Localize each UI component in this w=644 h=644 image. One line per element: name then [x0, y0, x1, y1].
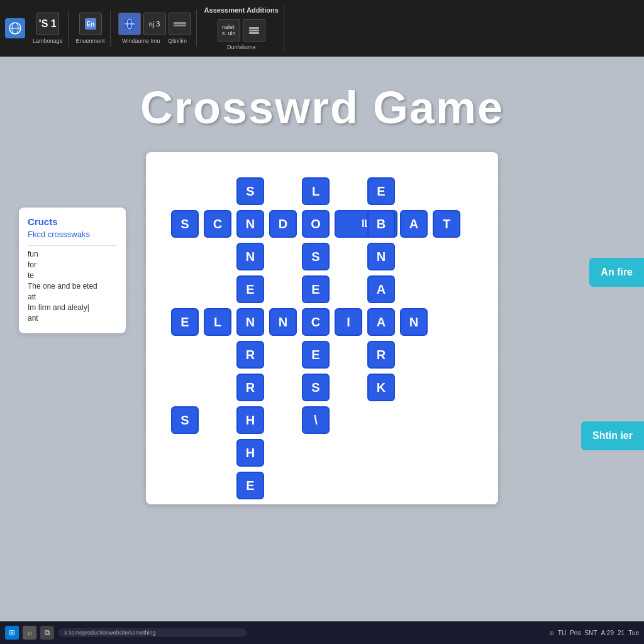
- crossword-cell[interactable]: I: [335, 308, 362, 336]
- crossword-cell[interactable]: A: [400, 210, 428, 238]
- crossword-cell[interactable]: R: [236, 374, 264, 401]
- ribbon-label-4: Dunfaliume: [227, 44, 256, 50]
- ribbon-title: Assessment Additions: [204, 6, 279, 14]
- sys-time-2: 21: [618, 630, 625, 636]
- sys-snt: SNT: [584, 630, 597, 636]
- crossword-cell[interactable]: N: [236, 210, 264, 238]
- crossword-cell[interactable]: E: [236, 275, 264, 303]
- ribbon-btn-1[interactable]: 'S 1: [36, 13, 59, 35]
- clue-item: Im firm and alealy|: [28, 303, 117, 312]
- ribbon-btn-2[interactable]: En: [79, 13, 102, 35]
- clue-item: for: [28, 260, 117, 269]
- taskbar-bottom: ⊞ ⌕ ⧉ x someproductionwebsite/something …: [0, 621, 644, 644]
- an-fire-button[interactable]: An fire: [589, 258, 644, 287]
- crossword-cell[interactable]: S: [171, 406, 199, 434]
- crossword-board: SLESCNDOILBATNSNEEAELNNCIANRERRSKSH\HE: [146, 152, 498, 504]
- crossword-cell[interactable]: D: [269, 210, 297, 238]
- crossword-cell[interactable]: E: [171, 308, 199, 336]
- sys-icon-1: ⊕: [549, 630, 554, 636]
- crossword-cell[interactable]: N: [236, 308, 264, 336]
- ribbon-group-4: Assessment Additions nalets. uln Dunfali…: [199, 4, 284, 53]
- crossword-cell[interactable]: E: [302, 275, 330, 303]
- crossword-cell[interactable]: L: [204, 308, 231, 336]
- ribbon-btn-globe[interactable]: [118, 13, 141, 35]
- start-button[interactable]: ⊞: [5, 626, 19, 640]
- task-view-icon[interactable]: ⧉: [40, 626, 54, 640]
- crossword-cell[interactable]: S: [302, 243, 330, 270]
- svg-text:En: En: [86, 21, 94, 28]
- ribbon-btn-3[interactable]: nj 3: [143, 13, 166, 35]
- ribbon-btn-4[interactable]: [169, 13, 191, 35]
- clues-list: funforteThe one and be etedattIm firm an…: [28, 250, 117, 323]
- crossword-cell[interactable]: C: [204, 210, 231, 238]
- taskbar-left: ⊞ ⌕ ⧉ x someproductionwebsite/something: [5, 626, 247, 640]
- shtin-ier-button[interactable]: Shtin ier: [581, 421, 644, 450]
- crossword-cell[interactable]: R: [236, 341, 264, 369]
- crossword-cell[interactable]: R: [367, 341, 395, 369]
- ribbon-group-3: nj 3 Windaume Imu Qitnilim: [113, 10, 197, 47]
- clue-item: fun: [28, 250, 117, 258]
- crossword-cell[interactable]: K: [367, 374, 395, 401]
- ribbon-label-1: Lambonage: [33, 38, 63, 44]
- crossword-cell[interactable]: H: [236, 406, 264, 434]
- crossword-cell[interactable]: E: [236, 472, 264, 499]
- crossword-cell[interactable]: S: [236, 177, 264, 205]
- taskbar-right: ⊕ TU Pns SNT A:29 21 Tue: [549, 630, 639, 636]
- search-icon[interactable]: ⌕: [23, 626, 36, 640]
- ribbon-btn-5[interactable]: nalets. uln: [218, 19, 240, 42]
- crossword-cell[interactable]: B: [367, 210, 395, 238]
- clue-item: te: [28, 271, 117, 280]
- crossword-cell[interactable]: O: [302, 210, 330, 238]
- crossword-cell[interactable]: T: [433, 210, 460, 238]
- clues-panel: Cructs Fkcd crossswaks funforteThe one a…: [19, 208, 126, 333]
- url-bar[interactable]: x someproductionwebsite/something: [58, 628, 247, 637]
- clues-title: Cructs: [28, 216, 117, 227]
- clues-subtitle: Fkcd crossswaks: [28, 230, 117, 239]
- ribbon-label-3: Windaume Imu Qitnilim: [122, 38, 187, 44]
- clue-item: ant: [28, 314, 117, 323]
- page-title: Crosswrd Game: [140, 82, 504, 133]
- crossword-cell[interactable]: N: [269, 308, 297, 336]
- crossword-cell[interactable]: \: [302, 406, 330, 434]
- sys-tu: TU: [558, 630, 566, 636]
- crossword-grid: SLESCNDOILBATNSNEEAELNNCIANRERRSKSH\HE: [165, 171, 467, 479]
- clue-item: The one and be eted: [28, 282, 117, 291]
- app-icon[interactable]: [5, 18, 25, 38]
- ribbon-bar: 'S 1 Lambonage En Enuenment nj 3: [0, 0, 644, 57]
- crossword-cell[interactable]: N: [367, 243, 395, 270]
- crossword-cell[interactable]: N: [400, 308, 428, 336]
- sys-pns: Pns: [570, 630, 580, 636]
- crossword-cell[interactable]: H: [236, 439, 264, 467]
- ribbon-group-1: 'S 1 Lambonage: [28, 10, 69, 47]
- crossword-cell[interactable]: A: [367, 275, 395, 303]
- crossword-cell[interactable]: S: [171, 210, 199, 238]
- crossword-cell[interactable]: E: [302, 341, 330, 369]
- sys-day: Tue: [628, 630, 639, 636]
- crossword-cell[interactable]: E: [367, 177, 395, 205]
- crossword-cell[interactable]: S: [302, 374, 330, 401]
- ribbon-btn-6[interactable]: [243, 19, 265, 42]
- ribbon-label-2: Enuenment: [76, 38, 105, 44]
- clue-item: att: [28, 292, 117, 301]
- crossword-cell[interactable]: N: [236, 243, 264, 270]
- main-content: Crosswrd Game SLESCNDOILBATNSNEEAELNNCIA…: [0, 57, 644, 626]
- crossword-cell[interactable]: L: [302, 177, 330, 205]
- crossword-cell[interactable]: A: [367, 308, 395, 336]
- sys-time-1: A:29: [601, 630, 614, 636]
- crossword-cell[interactable]: C: [302, 308, 330, 336]
- ribbon-group-2: En Enuenment: [71, 10, 111, 47]
